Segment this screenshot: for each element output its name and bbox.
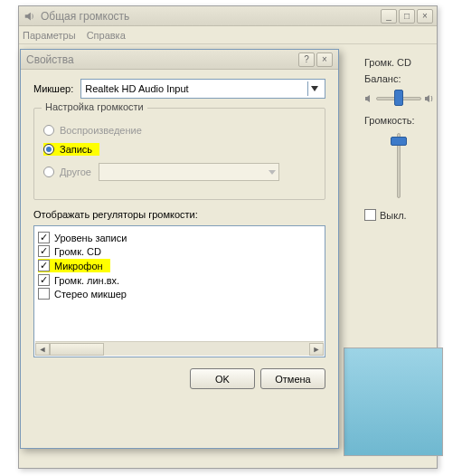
balance-slider[interactable] [364,88,433,109]
item-label: Микрофон [54,261,103,271]
radio-playback: Воспроизведение [43,125,316,136]
list-item[interactable]: Стерео микшер [38,288,321,300]
cancel-button[interactable]: Отмена [260,368,325,389]
maximize-button[interactable]: □ [399,9,415,24]
chevron-down-icon [307,81,321,96]
mute-checkbox[interactable] [364,209,376,221]
minimize-button[interactable]: _ [381,9,397,24]
window-title: Общая громкость [41,10,381,23]
speaker-left-icon [364,93,373,104]
dialog-help-button[interactable]: ? [298,52,315,67]
balance-label: Баланс: [364,73,433,84]
scroll-right-icon[interactable]: ► [309,343,324,356]
item-label: Уровень записи [54,233,127,243]
list-item[interactable]: ✓Уровень записи [38,232,321,243]
radio-other: Другое [43,163,316,181]
list-label: Отображать регуляторы громкости: [33,209,325,220]
speaker-right-icon [424,93,433,104]
item-checkbox[interactable]: ✓ [38,245,50,257]
volume-adjust-group: Настройка громкости Воспроизведение Запи… [33,108,325,200]
volume-slider[interactable] [385,129,412,202]
volume-label: Громкость: [364,115,433,126]
dialog-title: Свойства [26,53,74,66]
mixer-label: Микшер: [33,83,73,94]
menubar: Параметры Справка [19,26,437,44]
list-item[interactable]: ✓Микрофон [38,259,321,272]
scroll-left-icon[interactable]: ◄ [35,343,50,356]
item-checkbox[interactable]: ✓ [38,260,50,271]
item-label: Стерео микшер [54,289,127,300]
radio-record[interactable]: Запись [43,143,316,156]
channel-title: Громк. CD [364,57,433,68]
menu-params[interactable]: Параметры [23,30,76,41]
dialog-close-button[interactable]: × [316,52,333,67]
controls-listbox: ✓Уровень записи✓Громк. CD✓Микрофон✓Громк… [33,225,325,357]
list-item[interactable]: ✓Громк. CD [38,245,321,257]
item-label: Громк. лин.вх. [54,275,119,286]
dialog-titlebar: Свойства ? × [21,50,338,70]
item-checkbox[interactable]: ✓ [38,232,50,243]
speaker-icon [23,9,37,24]
menu-help[interactable]: Справка [87,30,126,41]
close-button[interactable]: × [417,9,433,24]
item-checkbox[interactable]: ✓ [38,274,50,286]
item-checkbox[interactable] [38,288,50,300]
other-select [99,163,279,181]
titlebar: Общая громкость _ □ × [19,6,437,26]
group-legend: Настройка громкости [42,101,147,112]
horizontal-scrollbar[interactable]: ◄ ► [35,341,324,356]
ok-button[interactable]: OK [190,368,255,389]
list-item[interactable]: ✓Громк. лин.вх. [38,274,321,286]
mixer-value: Realtek HD Audio Input [85,83,188,94]
properties-dialog: Свойства ? × Микшер: Realtek HD Audio In… [20,49,339,449]
mute-label: Выкл. [380,210,407,221]
background-gradient-tile [344,347,443,456]
mixer-select[interactable]: Realtek HD Audio Input [80,79,325,99]
item-label: Громк. CD [54,246,101,257]
